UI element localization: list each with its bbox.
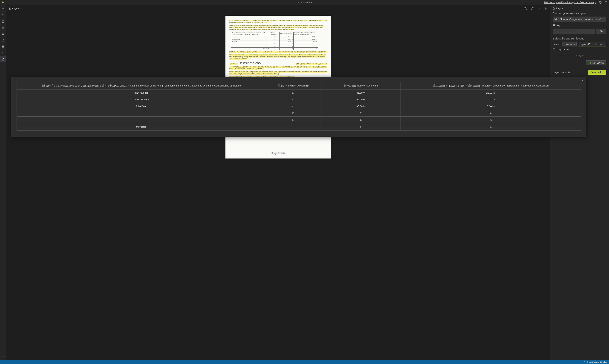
table-row: □ % % xyxy=(17,110,581,117)
page-title: Layout analyze xyxy=(297,1,312,4)
select-file-heading: Select file and run layout xyxy=(553,37,606,40)
page-range-checkbox[interactable] xyxy=(553,48,555,51)
svg-point-6 xyxy=(3,356,3,357)
doc-sec3-jp: ３ 日本で納税上、届出書の「２」の外国法人が納税義務者とされるが、租税条約の特典… xyxy=(229,20,327,23)
zoom-in-icon[interactable] xyxy=(544,7,548,10)
doc-sec5-jp: ５ 日本で納税上、届出書の「２」の団体の構成員が納税義務者とされるが、租税条約の… xyxy=(229,66,327,70)
table-modal: ✕ 届出書の「２」の外国法人の株主等で租税条約の適用を受ける者の氏名 又は名称 … xyxy=(11,77,586,137)
th-indirect: 間接保有 Indirect Ownership xyxy=(265,82,322,90)
table-row: Julie Doe □ 80.00 % 5.00 % xyxy=(17,103,581,110)
nav-tag-icon[interactable] xyxy=(0,13,6,19)
redo-icon[interactable] xyxy=(531,7,534,10)
brand-logo xyxy=(1,1,4,4)
endpoint-label: Form recognizer service endpoint xyxy=(553,12,606,15)
table-row: Allan Munger □ 45.00 % 22.00 % xyxy=(17,90,581,96)
doc-preview-table: Name of member of the foreign company me… xyxy=(231,32,318,50)
doc-sec4-jp: 届出書の「２」の外国法人が支払を受ける「４」に記載について、「１」の租税条約の規… xyxy=(229,51,327,53)
signature: Johnnie McConnell xyxy=(240,61,263,65)
doc-sec3-en: Details of proportion of income to which… xyxy=(229,25,323,30)
undo-icon[interactable] xyxy=(524,7,527,10)
right-panel: Layout Form recognizer service endpoint … xyxy=(550,5,609,360)
download-button[interactable]: Download xyxy=(588,70,606,75)
nav-settings-icon[interactable] xyxy=(0,354,6,360)
table-row: □ % % xyxy=(17,117,581,123)
th-ratio: 持分の割合 Ratio of Ownership xyxy=(322,82,401,90)
branch-icon xyxy=(583,361,586,363)
center-toolbar: Layers xyxy=(6,5,550,12)
top-bar: Layout analyze Help us improve Form Reco… xyxy=(0,0,609,5)
rp-heading: Layout xyxy=(553,7,606,10)
run-layout-button[interactable]: Run Layout xyxy=(586,60,606,65)
svg-point-12 xyxy=(585,362,585,362)
extracted-table: 届出書の「２」の外国法人の株主等で租税条約の適用を受ける者の氏名 又は名称 Na… xyxy=(16,82,581,131)
svg-point-10 xyxy=(584,361,584,362)
page-range-label: Page range: xyxy=(557,48,569,51)
svg-point-4 xyxy=(3,27,3,28)
left-nav xyxy=(0,5,6,360)
svg-rect-3 xyxy=(2,21,4,23)
modal-close-button[interactable]: ✕ xyxy=(581,79,584,83)
nav-layout-icon[interactable] xyxy=(0,56,6,62)
nav-form-icon[interactable] xyxy=(0,50,6,56)
layout-section-icon xyxy=(553,7,555,10)
svg-point-11 xyxy=(584,362,584,363)
layers-label: Layers xyxy=(12,7,20,10)
nav-robot-icon[interactable] xyxy=(0,19,6,25)
api-key-input[interactable] xyxy=(553,29,595,34)
help-icon[interactable] xyxy=(605,1,608,4)
status-bar: 2.1-preview.3-dcfb033 xyxy=(0,360,609,364)
survey-link[interactable]: Help us improve Form Recognizer. Take ou… xyxy=(544,1,596,4)
page-indicator: Page 2 of 4 xyxy=(271,152,284,154)
source-label: Source: xyxy=(553,43,560,46)
doc-sec5-en: Details if, while the partner of the ent… xyxy=(229,71,327,75)
layers-dropdown[interactable]: Layers xyxy=(9,7,23,10)
nav-file-add-icon[interactable] xyxy=(0,37,6,43)
analysis-divider: Analysis xyxy=(553,54,606,57)
reveal-key-button[interactable] xyxy=(596,29,606,34)
table-header-row: 届出書の「２」の外国法人の株主等で租税条約の適用を受ける者の氏名 又は名称 Na… xyxy=(17,82,581,90)
api-key-label: API key xyxy=(553,24,606,27)
svg-point-9 xyxy=(601,31,602,32)
chevron-down-icon xyxy=(602,71,604,73)
chevron-down-icon xyxy=(21,8,23,10)
table-row-total: 合計Total % % xyxy=(17,123,581,131)
feedback-icon[interactable] xyxy=(599,1,602,4)
canvas-area[interactable]: ３ 日本で納税上、届出書の「２」の外国法人が納税義務者とされるが、租税条約の特典… xyxy=(6,12,550,360)
table-row: Carlos Slattery □ 56.00 % 10.00 % xyxy=(17,96,581,103)
endpoint-input[interactable] xyxy=(553,16,606,22)
file-name-box[interactable]: Layout JP 1 - Filled In.pdf xyxy=(578,42,606,46)
source-dropdown[interactable]: Local file xyxy=(562,42,576,46)
svg-rect-0 xyxy=(599,1,601,3)
nav-lightbulb-icon[interactable] xyxy=(0,31,6,37)
th-benefit: 受益の割合＝ 租税条約の適用を受ける割合 Proportion of benef… xyxy=(401,82,581,90)
nav-connect-icon[interactable] xyxy=(0,43,6,50)
results-label: Layout results xyxy=(553,71,570,74)
th-name: 届出書の「２」の外国法人の株主等で租税条約の適用を受ける者の氏名 又は名称 Na… xyxy=(17,82,265,90)
doc-sec4-en: If dividends mentioned in 4 above that a… xyxy=(229,54,326,59)
nav-person-icon[interactable] xyxy=(0,25,6,31)
version-text: 2.1-preview.3-dcfb033 xyxy=(587,361,607,363)
nav-home-icon[interactable] xyxy=(0,6,6,13)
zoom-out-icon[interactable] xyxy=(538,7,541,10)
